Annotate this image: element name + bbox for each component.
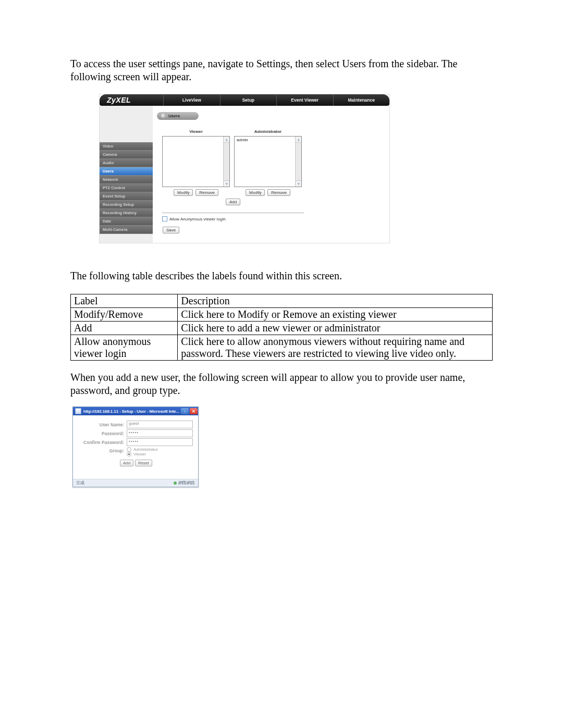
cell-desc: Click here to add a new viewer or admini… bbox=[178, 322, 493, 335]
viewer-modify-button[interactable]: Modify bbox=[174, 189, 193, 196]
table-row: Allow anonymous viewer login Click here … bbox=[71, 335, 493, 361]
sidebar-item-date[interactable]: Date bbox=[100, 217, 153, 226]
scrollbar[interactable]: ▴ ▾ bbox=[295, 137, 301, 187]
allow-anonymous-label: Allow Anonymous viewer login bbox=[169, 217, 226, 221]
scroll-down-icon[interactable]: ▾ bbox=[296, 180, 301, 187]
badge-label: Users bbox=[168, 114, 180, 118]
username-label: User Name: bbox=[78, 422, 127, 427]
sidebar-item-eventsetup[interactable]: Event Setup bbox=[100, 192, 153, 201]
th-description: Description bbox=[178, 294, 493, 308]
cell-label: Add bbox=[71, 322, 178, 335]
radio-administrator[interactable] bbox=[127, 447, 131, 452]
separator bbox=[162, 213, 304, 213]
dialog-titlebar: http://192.168.1.11 - Setup - User - Mic… bbox=[73, 407, 198, 415]
sidebar-item-recording-history[interactable]: Recording History bbox=[100, 209, 153, 217]
password-label: Password: bbox=[78, 431, 127, 436]
sidebar-item-recording-setup[interactable]: Recording Setup bbox=[100, 201, 153, 209]
status-right-text: 網際網路 bbox=[178, 480, 195, 486]
intro-paragraph: To access the user settings pane, naviga… bbox=[70, 57, 493, 83]
nav-eventviewer[interactable]: Event Viewer bbox=[276, 94, 333, 106]
nav-maintenance[interactable]: Maintenance bbox=[333, 94, 390, 106]
panel-badge: Users bbox=[157, 112, 199, 120]
add-button[interactable]: Add bbox=[226, 199, 240, 205]
cell-desc: Click here to allow anonymous viewers wi… bbox=[178, 335, 493, 361]
allow-anonymous-checkbox[interactable] bbox=[162, 216, 167, 221]
admin-listbox[interactable]: admin ▴ ▾ bbox=[234, 136, 302, 187]
badge-dot-icon bbox=[161, 114, 166, 118]
sidebar-item-video[interactable]: Video bbox=[100, 142, 153, 151]
scroll-down-icon[interactable]: ▾ bbox=[224, 180, 229, 187]
dialog-title-text: http://192.168.1.11 - Setup - User - Mic… bbox=[83, 409, 180, 414]
ie-page-icon bbox=[75, 408, 81, 414]
username-field[interactable]: guest bbox=[127, 421, 193, 428]
add-user-dialog: http://192.168.1.11 - Setup - User - Mic… bbox=[72, 406, 199, 487]
column-header-viewer: Viewer bbox=[162, 129, 230, 134]
sidebar-item-ptz[interactable]: PTZ Control bbox=[100, 184, 153, 192]
admin-item[interactable]: admin bbox=[237, 138, 248, 142]
close-icon[interactable]: ✕ bbox=[190, 408, 198, 414]
minimize-icon[interactable]: ▫ bbox=[181, 408, 189, 414]
group-label: Group: bbox=[78, 447, 127, 453]
sidebar-item-camera[interactable]: Camera bbox=[100, 151, 153, 159]
scrollbar[interactable]: ▴ ▾ bbox=[223, 137, 229, 187]
description-table: Label Description Modify/Remove Click he… bbox=[70, 294, 493, 361]
scroll-up-icon[interactable]: ▴ bbox=[296, 137, 301, 143]
table-row: Add Click here to add a new viewer or ad… bbox=[71, 322, 493, 335]
radio-viewer-label: Viewer bbox=[133, 452, 146, 456]
table-header-row: Label Description bbox=[71, 294, 493, 308]
confirm-password-label: Confirm Password: bbox=[78, 440, 127, 445]
nav-setup[interactable]: Setup bbox=[220, 94, 277, 106]
sidebar-item-users[interactable]: Users bbox=[100, 167, 153, 176]
table-intro-paragraph: The following table describes the labels… bbox=[70, 269, 493, 282]
dialog-add-button[interactable]: Add bbox=[120, 460, 133, 466]
sidebar-item-network[interactable]: Network bbox=[100, 176, 153, 184]
sidebar-item-audio[interactable]: Audio bbox=[100, 159, 153, 167]
cell-label: Allow anonymous viewer login bbox=[71, 335, 178, 361]
admin-modify-button[interactable]: Modify bbox=[246, 189, 265, 196]
confirm-password-field[interactable]: ••••• bbox=[127, 438, 193, 446]
password-field[interactable]: ••••• bbox=[127, 429, 193, 437]
sidebar: Video Camera Audio Users Network PTZ Con… bbox=[100, 106, 153, 243]
radio-viewer[interactable] bbox=[127, 452, 131, 456]
cell-label: Modify/Remove bbox=[71, 308, 178, 322]
internet-zone-icon bbox=[174, 482, 177, 485]
status-bar: 完成 網際網路 bbox=[73, 479, 198, 487]
viewer-remove-button[interactable]: Remove bbox=[195, 189, 218, 196]
save-button[interactable]: Save bbox=[163, 227, 179, 233]
scroll-up-icon[interactable]: ▴ bbox=[224, 137, 229, 143]
dialog-reset-button[interactable]: Reset bbox=[135, 460, 152, 466]
admin-remove-button[interactable]: Remove bbox=[267, 189, 290, 196]
logo: ZyXEL bbox=[100, 96, 163, 104]
column-header-admin: Administrator bbox=[234, 129, 302, 134]
table-row: Modify/Remove Click here to Modify or Re… bbox=[71, 308, 493, 322]
dialog-intro-paragraph: When you add a new user, the following s… bbox=[70, 371, 493, 397]
cell-desc: Click here to Modify or Remove an existi… bbox=[178, 308, 493, 322]
top-nav: ZyXEL LiveView Setup Event Viewer Mainte… bbox=[100, 94, 389, 106]
viewer-listbox[interactable]: ▴ ▾ bbox=[162, 136, 230, 187]
th-label: Label bbox=[71, 294, 178, 308]
status-left-text: 完成 bbox=[76, 480, 84, 486]
sidebar-item-multicamera[interactable]: Multi-Camera bbox=[100, 226, 153, 234]
users-screen: ZyXEL LiveView Setup Event Viewer Mainte… bbox=[99, 94, 390, 243]
nav-liveview[interactable]: LiveView bbox=[163, 94, 220, 106]
radio-admin-label: Administrator bbox=[133, 447, 158, 452]
